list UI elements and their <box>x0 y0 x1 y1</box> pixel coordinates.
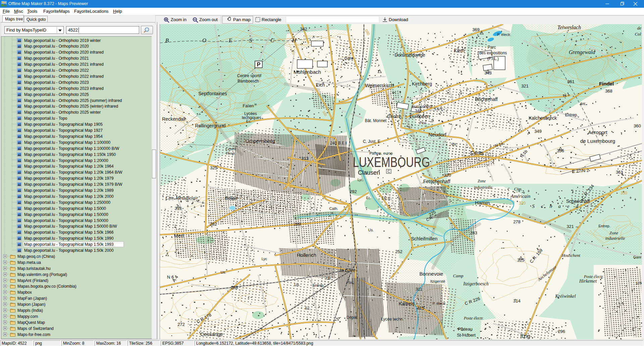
svg-text:350: 350 <box>621 191 627 195</box>
svg-text:industrielle: industrielle <box>474 185 492 190</box>
svg-text:des expositions: des expositions <box>479 51 507 55</box>
svg-text:325: 325 <box>517 257 525 263</box>
svg-text:LUXEMBOURG: LUXEMBOURG <box>353 154 430 170</box>
svg-text:Lyc: Lyc <box>262 257 267 261</box>
svg-text:US.: US. <box>637 281 642 285</box>
svg-text:Parc: Parc <box>488 45 496 50</box>
svg-text:Camp: Camp <box>453 273 464 278</box>
svg-text:E: E <box>228 37 232 44</box>
svg-text:e: e <box>567 204 570 209</box>
svg-text:C: C <box>270 37 274 44</box>
svg-text:Entrep.: Entrep. <box>565 113 578 117</box>
svg-text:Cath.: Cath. <box>329 207 338 211</box>
svg-text:Kréiwinkel: Kréiwinkel <box>555 294 576 299</box>
svg-text:252: 252 <box>395 249 402 254</box>
svg-text:ie: ie <box>254 103 257 106</box>
svg-text:Ec.: Ec. <box>366 196 371 200</box>
svg-text:Poste électr.: Poste électr. <box>464 316 484 321</box>
svg-text:de: de <box>637 25 642 31</box>
svg-text:Rollingergrund: Rollingergrund <box>195 123 225 128</box>
svg-text:Gare: Gare <box>344 56 354 61</box>
svg-text:d: d <box>576 204 578 209</box>
svg-text:Hirkemet: Hirkemet <box>579 279 597 284</box>
svg-text:321: 321 <box>567 224 574 229</box>
svg-text:Belair: Belair <box>225 195 237 201</box>
svg-text:h: h <box>549 204 552 209</box>
svg-text:Cessange: Cessange <box>200 331 223 337</box>
svg-text:Lycée techn.: Lycée techn. <box>381 317 404 322</box>
svg-text:361: 361 <box>616 170 623 175</box>
svg-text:Itzigersté: Itzigersté <box>430 279 445 283</box>
svg-text:Eurocontrol: Eurocontrol <box>412 104 432 109</box>
svg-text:Gare: Gare <box>633 255 641 259</box>
svg-text:B: B <box>165 37 169 44</box>
svg-text:Schaedhaff: Schaedhaff <box>566 198 590 204</box>
svg-text:313: 313 <box>301 156 309 161</box>
svg-text:320: 320 <box>444 173 451 178</box>
svg-text:Ec.: Ec. <box>305 306 311 310</box>
svg-text:N 6: N 6 <box>167 275 174 280</box>
svg-text:Septfontaines: Septfontaines <box>198 91 227 96</box>
svg-text:Lyc.: Lyc. <box>358 178 364 182</box>
svg-text:Muhlenbach: Muhlenbach <box>293 69 321 75</box>
svg-text:Eich: Eich <box>316 82 325 88</box>
svg-text:Bât. Monnet: Bât. Monnet <box>365 118 387 123</box>
svg-text:Zone: Zone <box>609 230 618 235</box>
svg-text:Aéroport: Aéroport <box>588 129 607 135</box>
svg-text:a: a <box>558 204 561 209</box>
svg-text:Findel: Findel <box>599 81 614 86</box>
svg-text:Entrep.: Entrep. <box>598 224 610 228</box>
svg-text:Cim.: Cim. <box>514 186 523 191</box>
svg-text:356: 356 <box>557 148 564 153</box>
svg-text:369: 369 <box>472 27 480 32</box>
svg-text:Zone: Zone <box>478 179 486 183</box>
svg-text:Grengewald: Grengewald <box>569 49 596 55</box>
svg-text:Kalchesbreck: Kalchesbreck <box>529 115 557 121</box>
svg-text:Dépôt: Dépôt <box>346 315 358 320</box>
svg-text:S: S <box>532 204 535 209</box>
svg-text:292: 292 <box>350 189 357 194</box>
svg-text:O: O <box>202 37 206 44</box>
svg-text:Hosp.: Hosp. <box>226 151 235 156</box>
svg-text:Weimerskirch: Weimerskirch <box>365 83 394 88</box>
svg-text:Us: Us <box>326 276 331 280</box>
svg-text:c: c <box>541 204 543 209</box>
svg-text:Centre sportif: Centre sportif <box>237 73 262 78</box>
svg-text:Entrep.: Entrep. <box>313 283 324 287</box>
svg-text:360: 360 <box>634 123 641 128</box>
svg-text:296: 296 <box>558 329 565 334</box>
svg-text:St-Hubert: St-Hubert <box>457 333 476 338</box>
svg-text:Ant.: Ant. <box>579 101 586 106</box>
svg-text:Dommeldange: Dommeldange <box>394 52 425 58</box>
svg-text:I.N.S.: I.N.S. <box>382 196 391 200</box>
svg-text:283: 283 <box>470 230 477 235</box>
svg-text:(F.I.L.): (F.I.L.) <box>487 56 499 61</box>
svg-text:278: 278 <box>513 219 521 224</box>
svg-text:P. électr.: P. électr. <box>432 301 446 305</box>
svg-text:315: 315 <box>417 305 424 310</box>
svg-text:de Luxembourg: de Luxembourg <box>580 138 615 144</box>
svg-text:Itzigerboesch: Itzigerboesch <box>463 281 488 286</box>
svg-text:313: 313 <box>175 206 181 211</box>
svg-text:Houschent: Houschent <box>561 253 580 258</box>
svg-text:282: 282 <box>210 222 217 227</box>
svg-text:Pisc.: Pisc. <box>346 280 354 285</box>
svg-text:Reckendall: Reckendall <box>162 116 185 122</box>
svg-text:368: 368 <box>605 89 612 94</box>
svg-text:industrielle: industrielle <box>605 236 625 241</box>
svg-text:Centre,: Centre, <box>387 114 402 119</box>
svg-text:Poste électr.: Poste électr. <box>584 274 604 279</box>
svg-text:Cents: Cents <box>470 150 483 156</box>
svg-text:Plateau: Plateau <box>458 327 473 332</box>
svg-text:Itzig: Itzig <box>520 333 530 339</box>
svg-text:Kirchberg: Kirchberg <box>412 81 432 86</box>
svg-text:Merl: Merl <box>174 233 183 238</box>
svg-text:H: H <box>292 37 297 44</box>
svg-text:Kiem: Kiem <box>454 48 465 53</box>
svg-text:Hollerich: Hollerich <box>297 252 316 258</box>
svg-text:Faïen: Faïen <box>243 103 254 108</box>
svg-text:Bricherhaff: Bricherhaff <box>475 97 498 102</box>
svg-text:Fetschenhaff: Fetschenhaff <box>423 179 450 184</box>
svg-text:la Gare: la Gare <box>340 268 356 273</box>
svg-text:289: 289 <box>293 222 301 227</box>
